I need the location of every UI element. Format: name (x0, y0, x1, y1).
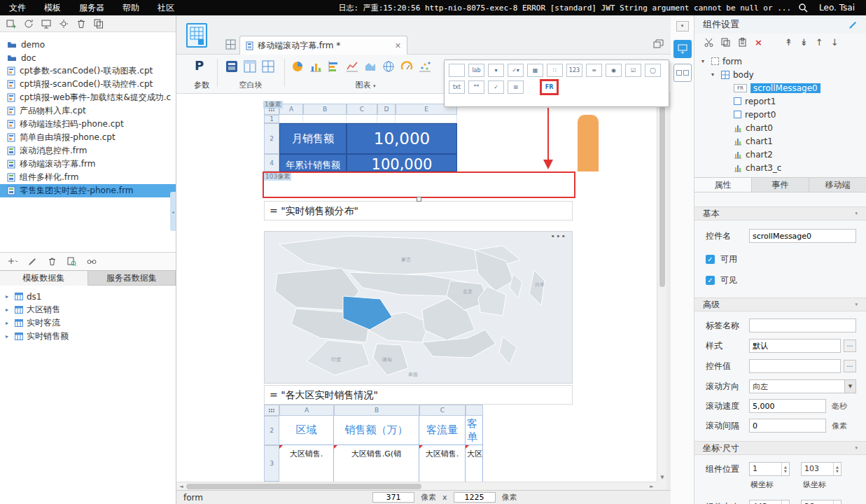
dataset-item[interactable]: ▸实时客流 (0, 316, 176, 330)
table-header-clipped[interactable]: 客单 (466, 416, 483, 445)
tag-name-input[interactable] (749, 318, 856, 332)
edit-dataset-icon[interactable] (28, 257, 37, 266)
col-header[interactable]: D (377, 104, 396, 115)
tree-item-cpt[interactable]: cpt填报-scanCode()-联动控件.cpt (0, 78, 176, 91)
row-header[interactable]: 4 (264, 154, 279, 172)
textarea-widget-icon[interactable]: txt (449, 80, 465, 94)
tab-template-datasets[interactable]: 模板数据集 (0, 270, 88, 286)
empty-cell[interactable] (396, 115, 457, 123)
dropdown-arrow-icon[interactable]: ▼ (844, 380, 855, 393)
caret-right-icon[interactable]: ▸ (6, 293, 11, 300)
delete-icon[interactable] (76, 19, 86, 29)
tree-item-frm-selected[interactable]: 零售集团实时监控-phone.frm (0, 184, 176, 197)
menu-server[interactable]: 服务器 (70, 2, 113, 14)
tree-item-folder[interactable]: demo (0, 38, 176, 51)
tree-node-form[interactable]: ▾form (694, 55, 866, 68)
connection-icon[interactable] (87, 258, 97, 265)
resize-handle[interactable] (417, 197, 421, 202)
tree-node-chart1[interactable]: chart1 (694, 134, 866, 148)
style-input[interactable] (749, 339, 841, 353)
col-header[interactable]: A (279, 104, 303, 115)
vertical-scroll-thumb[interactable] (659, 105, 665, 287)
gauge-chart-icon[interactable] (400, 60, 413, 73)
table-data-cell[interactable]: 大区销售. (419, 445, 466, 482)
tab-events[interactable]: 事件 (752, 178, 809, 192)
horizontal-scroll-thumb[interactable] (186, 484, 421, 489)
kpi-cell-month-label[interactable]: 月销售额 (279, 123, 347, 154)
block-drag-handle-icon[interactable] (264, 405, 279, 416)
tree-node-chart2[interactable]: chart2 (694, 148, 866, 161)
caret-down-icon[interactable]: ▾ (711, 71, 718, 78)
delete-component-icon[interactable]: × (755, 37, 762, 48)
tree-node-chart3[interactable]: chart3_c (694, 161, 866, 174)
scroll-message-widget-icon[interactable]: FR (541, 80, 557, 94)
empty-cell[interactable] (303, 115, 347, 123)
mobile-template-icon[interactable] (186, 23, 207, 48)
move-up-icon[interactable]: ↑ (816, 37, 823, 48)
password-widget-icon[interactable]: ** (468, 80, 484, 94)
tree-item-frm[interactable]: 组件多样化.frm (0, 171, 176, 184)
tree-node-report0[interactable]: report0 (694, 108, 866, 121)
tree-item-frm[interactable]: 移动端滚动字幕.frm (0, 158, 176, 171)
canvas-height-input[interactable] (454, 492, 496, 503)
date-widget-icon[interactable]: ▦ (527, 64, 543, 77)
dataset-item[interactable]: ▸大区销售 (0, 303, 176, 316)
spinner-arrows-icon[interactable]: ▲▼ (781, 463, 789, 475)
scroll-direction-select[interactable]: 向左 ▼ (749, 379, 856, 393)
tab-properties[interactable]: 属性 (694, 178, 752, 192)
tree-widget-icon[interactable]: ⊞ (508, 80, 524, 94)
checkbox-widget-icon[interactable]: ✓ (488, 80, 504, 94)
style-more-button[interactable]: ⋯ (844, 340, 856, 352)
refresh-icon[interactable] (24, 19, 34, 29)
new-template-icon[interactable] (6, 19, 16, 29)
sheet-grid-icon[interactable] (225, 39, 236, 50)
row-header[interactable]: 1 (264, 115, 279, 123)
widget-name-input[interactable] (749, 229, 856, 243)
form-design-canvas[interactable]: 1像素 A B C D E 1 2 4 月销售额 10,000 年累计销售额 (176, 94, 657, 482)
combocheck-widget-icon[interactable]: ✓▾ (508, 64, 524, 77)
section-advanced[interactable]: 高级▾ (694, 298, 866, 312)
caret-right-icon[interactable]: ▸ (6, 307, 11, 313)
scroll-right-icon[interactable]: ► (647, 484, 657, 489)
size-h-spinner[interactable]: 36▲▼ (801, 500, 841, 504)
kpi-cell-year-value[interactable]: 100,000 (347, 154, 457, 172)
menu-file[interactable]: 文件 (0, 2, 35, 14)
list-widget-icon[interactable]: ≡ (586, 64, 602, 77)
component-settings-toggle-icon[interactable] (673, 40, 692, 58)
label-widget-icon[interactable]: lab (468, 64, 484, 77)
bar-chart-icon[interactable] (328, 60, 340, 73)
grid-block-icon[interactable] (262, 60, 274, 73)
caret-right-icon[interactable]: ▸ (6, 333, 11, 340)
caret-right-icon[interactable]: ▸ (6, 320, 11, 326)
kpi-cell-month-value[interactable]: 10,000 (347, 123, 457, 154)
paste-icon[interactable] (738, 38, 747, 47)
layout-panel-toggle-icon[interactable] (673, 64, 692, 82)
visible-checkbox[interactable]: ✓ (706, 276, 715, 285)
tab-server-datasets[interactable]: 服务器数据集 (88, 270, 176, 286)
query-widget-icon[interactable]: ◯ (645, 64, 661, 77)
pos-y-spinner[interactable]: 103▲▼ (801, 462, 841, 476)
spinner-arrows-icon[interactable]: ▲▼ (833, 463, 841, 475)
size-w-spinner[interactable]: 443▲▼ (749, 500, 790, 504)
tree-item-cpt[interactable]: 简单自由填报-phone.cpt (0, 131, 176, 144)
tree-node-report1[interactable]: report1 (694, 94, 866, 108)
table-data-cell[interactable]: 大区销售. (279, 445, 334, 482)
tree-item-cpt[interactable]: cpt填报-web事件-加载结束&提交成功.c (0, 91, 176, 104)
widget-value-input[interactable] (749, 359, 841, 373)
open-template-tab[interactable]: 移动端滚动字幕.frm * ✕ (239, 36, 407, 55)
move-bottom-icon[interactable]: ↡ (800, 37, 808, 48)
horizontal-scrollbar[interactable]: ◄ ► (176, 482, 657, 490)
scroll-interval-input[interactable] (749, 419, 826, 433)
empty-cell[interactable] (279, 115, 303, 123)
vertical-scrollbar[interactable]: ▲ ▼ (657, 94, 666, 482)
split-block-icon[interactable] (244, 60, 256, 73)
scroll-left-icon[interactable]: ◄ (176, 484, 186, 489)
tree-item-cpt[interactable]: 移动端连续扫码-phone.cpt (0, 118, 176, 131)
pie-chart-icon[interactable] (291, 60, 304, 73)
chart-group-label[interactable]: 图表 ▾ (337, 80, 393, 90)
report-block-icon[interactable] (225, 60, 238, 73)
title-block-region-sales[interactable]: = "各大区实时销售情况" (264, 385, 573, 405)
map-chart-icon[interactable] (382, 60, 395, 73)
row-header[interactable]: 3 (264, 445, 279, 482)
col-header[interactable]: C (419, 405, 466, 416)
